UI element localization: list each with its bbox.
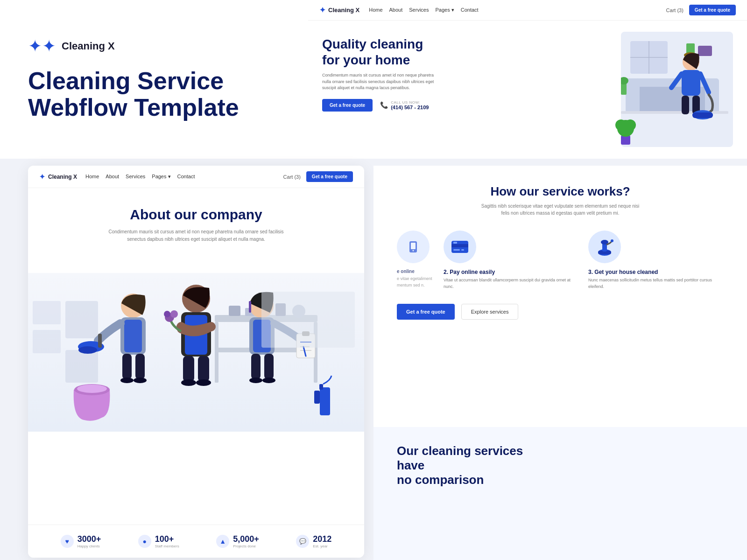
frame-2 — [33, 330, 61, 353]
stat-est: 💬 2012 Est. year — [296, 534, 331, 548]
svg-rect-5 — [698, 46, 712, 56]
svg-rect-42 — [135, 354, 145, 379]
logo-stars-icon: ✦✦ — [28, 38, 56, 55]
svg-rect-37 — [124, 320, 142, 352]
svg-rect-65 — [251, 354, 261, 379]
how-title: How our service works? — [397, 184, 724, 199]
svg-rect-39 — [98, 334, 102, 348]
vacuum-icon — [596, 238, 613, 256]
how-works-panel: How our service works? Sagittis nibh sce… — [374, 166, 747, 427]
brand-panel: ✦✦ Cleaning X Cleaning Service Webflow T… — [0, 0, 308, 159]
hero-logo-star-icon: ✦ — [319, 6, 325, 14]
stat-clients-number: 3000+ — [78, 534, 101, 544]
svg-point-43 — [120, 378, 134, 383]
svg-rect-33 — [65, 301, 98, 338]
svg-point-86 — [611, 239, 613, 242]
svg-rect-81 — [453, 242, 457, 244]
about-description: Condimentum mauris sit cursus amet id no… — [107, 228, 285, 243]
step3-desc: Nunc maecenas sollicitudin metus tellus … — [588, 277, 724, 290]
svg-point-49 — [170, 310, 178, 318]
brand-logo: ✦✦ Cleaning X — [28, 38, 280, 55]
hero-title: Quality cleaning for your home — [322, 36, 612, 68]
step-card-3: 3. Get your house cleaned Nunc maecenas … — [588, 231, 724, 290]
svg-rect-80 — [461, 249, 464, 251]
step2-number: 2. Pay online easily — [444, 269, 579, 275]
svg-point-76 — [413, 250, 414, 252]
hero-preview: ✦ Cleaning X Home About Services Pages C… — [308, 0, 747, 159]
phone-info: 📞 CALL US NOW: (414) 567 - 2109 — [380, 100, 429, 110]
hero-nav-home[interactable]: Home — [369, 7, 382, 13]
logo-name: Cleaning X — [62, 40, 115, 52]
svg-rect-17 — [682, 96, 689, 114]
svg-rect-73 — [319, 384, 323, 390]
hero-illustration — [612, 32, 733, 147]
hero-content: Quality cleaning for your home Condiment… — [308, 21, 747, 158]
hero-nav-links: Home About Services Pages Contact — [369, 7, 478, 13]
about-nav-right: Cart (3) Get a free quote — [283, 171, 353, 182]
svg-rect-78 — [451, 244, 468, 247]
about-nav-pages[interactable]: Pages — [152, 174, 170, 180]
svg-rect-52 — [198, 356, 209, 382]
about-cta-button[interactable]: Get a free quote — [306, 171, 353, 182]
shelf-bg — [261, 292, 355, 348]
team-area — [28, 273, 364, 432]
about-nav-logo: ✦ Cleaning X — [39, 173, 77, 181]
svg-point-40 — [78, 346, 97, 354]
phone-label: CALL US NOW: — [391, 100, 429, 105]
about-content: About our company Condimentum mauris sit… — [28, 188, 364, 273]
hero-get-quote-button[interactable]: Get a free quote — [322, 99, 373, 112]
about-nav-contact[interactable]: Contact — [177, 174, 195, 180]
how-get-quote-button[interactable]: Get a free quote — [397, 304, 455, 320]
no-comparison-title: Our cleaning services have no comparison — [397, 444, 537, 488]
stat-projects: ▲ 5,000+ Projects done — [216, 534, 259, 548]
about-cart[interactable]: Cart (3) — [283, 174, 301, 180]
credit-card-icon — [451, 240, 469, 253]
svg-rect-66 — [264, 354, 274, 379]
about-logo-star-icon: ✦ — [39, 173, 45, 181]
stat-heart-icon: ♥ — [61, 535, 74, 548]
hero-nav-contact[interactable]: Contact — [461, 7, 479, 13]
hero-cart[interactable]: Cart (3) — [666, 7, 684, 13]
stat-est-label: Est. year — [313, 544, 331, 548]
svg-rect-20 — [692, 112, 713, 118]
svg-point-67 — [249, 378, 262, 383]
step-phone-icon — [397, 231, 430, 263]
about-nav-services[interactable]: Services — [126, 174, 145, 180]
step3-icon-circle — [588, 231, 621, 263]
svg-point-53 — [181, 379, 196, 386]
hero-nav-services[interactable]: Services — [409, 7, 429, 13]
steps-row: e online e vitae egetaliment mentum sed … — [397, 231, 724, 290]
svg-rect-79 — [453, 249, 460, 251]
step-card-partial: e online e vitae egetaliment mentum sed … — [397, 231, 434, 290]
svg-rect-41 — [122, 354, 132, 379]
about-nav-home[interactable]: Home — [85, 174, 99, 180]
explore-services-button[interactable]: Explore services — [461, 304, 519, 320]
hero-nav-right: Cart (3) Get a free quote — [666, 5, 736, 15]
svg-point-44 — [134, 378, 147, 383]
stat-dot-icon: ● — [138, 535, 151, 548]
step1-desc-partial: e vitae egetaliment mentum sed n. — [397, 276, 434, 288]
svg-point-68 — [262, 378, 275, 383]
step3-number: 3. Get your house cleaned — [588, 269, 724, 275]
about-nav-links: Home About Services Pages Contact — [85, 174, 195, 180]
svg-point-24 — [625, 119, 636, 131]
svg-point-54 — [196, 379, 211, 386]
stat-staff-number: 100+ — [155, 534, 179, 544]
about-title: About our company — [56, 207, 336, 223]
hero-cta-button[interactable]: Get a free quote — [689, 5, 736, 15]
no-comparison-panel: Our cleaning services have no comparison — [374, 427, 747, 560]
hero-nav-logo: ✦ Cleaning X — [319, 6, 359, 14]
about-nav-about[interactable]: About — [106, 174, 119, 180]
hero-nav-pages[interactable]: Pages — [435, 7, 454, 13]
stat-chat-icon: 💬 — [296, 535, 309, 548]
step1-number-partial: e online — [397, 269, 434, 274]
step-card-2: 2. Pay online easily Vitae ut accumsan b… — [444, 231, 579, 290]
svg-rect-71 — [320, 387, 330, 415]
hero-actions: Get a free quote 📞 CALL US NOW: (414) 56… — [322, 99, 612, 112]
svg-rect-29 — [229, 306, 240, 316]
stat-staff-label: Staff members — [155, 544, 179, 548]
svg-rect-56 — [249, 301, 251, 313]
svg-rect-8 — [626, 78, 640, 113]
stats-bar: ♥ 3000+ Happy clients ● 100+ Staff membe… — [28, 525, 364, 558]
hero-nav-about[interactable]: About — [389, 7, 403, 13]
